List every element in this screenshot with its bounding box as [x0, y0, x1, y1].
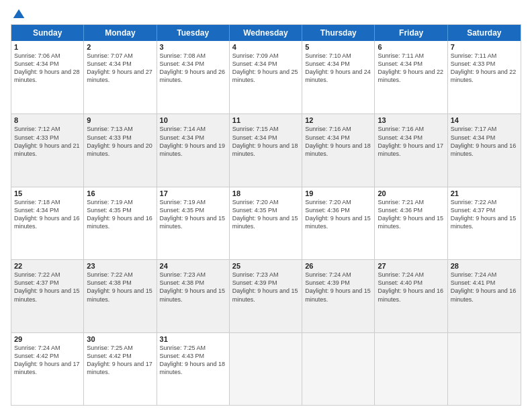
day-number: 19: [305, 189, 371, 197]
calendar-week-4: 22Sunrise: 7:22 AMSunset: 4:37 PMDayligh…: [11, 259, 521, 332]
day-number: 27: [378, 262, 444, 270]
header-monday: Monday: [84, 25, 157, 41]
header-wednesday: Wednesday: [230, 25, 302, 41]
table-row: 2Sunrise: 7:07 AMSunset: 4:34 PMDaylight…: [84, 41, 157, 113]
day-number: 30: [87, 335, 153, 343]
cell-info: Sunrise: 7:24 AMSunset: 4:42 PMDaylight:…: [14, 344, 81, 377]
cell-info: Sunrise: 7:14 AMSunset: 4:34 PMDaylight:…: [160, 125, 226, 158]
header-saturday: Saturday: [448, 25, 521, 41]
day-number: 1: [14, 43, 81, 51]
day-number: 17: [160, 189, 226, 197]
table-row: 6Sunrise: 7:11 AMSunset: 4:34 PMDaylight…: [375, 41, 447, 113]
cell-info: Sunrise: 7:20 AMSunset: 4:35 PMDaylight:…: [232, 198, 299, 231]
table-row: 7Sunrise: 7:11 AMSunset: 4:33 PMDaylight…: [448, 41, 521, 113]
day-number: 9: [87, 116, 153, 124]
cell-info: Sunrise: 7:24 AMSunset: 4:39 PMDaylight:…: [305, 271, 371, 304]
table-row: 27Sunrise: 7:24 AMSunset: 4:40 PMDayligh…: [375, 260, 447, 332]
cell-info: Sunrise: 7:18 AMSunset: 4:34 PMDaylight:…: [14, 198, 81, 231]
day-number: 7: [451, 43, 518, 51]
calendar-body: 1Sunrise: 7:06 AMSunset: 4:34 PMDaylight…: [11, 41, 521, 405]
table-row: [302, 333, 375, 405]
calendar-header: Sunday Monday Tuesday Wednesday Thursday…: [11, 25, 521, 41]
table-row: 12Sunrise: 7:16 AMSunset: 4:34 PMDayligh…: [302, 114, 375, 186]
table-row: 19Sunrise: 7:20 AMSunset: 4:36 PMDayligh…: [302, 187, 375, 259]
calendar-week-1: 1Sunrise: 7:06 AMSunset: 4:34 PMDaylight…: [11, 41, 521, 113]
header-thursday: Thursday: [302, 25, 375, 41]
day-number: 28: [451, 262, 518, 270]
page: Sunday Monday Tuesday Wednesday Thursday…: [0, 0, 532, 411]
table-row: [375, 333, 447, 405]
cell-info: Sunrise: 7:10 AMSunset: 4:34 PMDaylight:…: [305, 52, 371, 85]
cell-info: Sunrise: 7:16 AMSunset: 4:34 PMDaylight:…: [378, 125, 444, 158]
logo-icon: [12, 8, 26, 21]
table-row: 1Sunrise: 7:06 AMSunset: 4:34 PMDaylight…: [11, 41, 84, 113]
day-number: 20: [378, 189, 444, 197]
table-row: 10Sunrise: 7:14 AMSunset: 4:34 PMDayligh…: [157, 114, 230, 186]
table-row: 18Sunrise: 7:20 AMSunset: 4:35 PMDayligh…: [230, 187, 302, 259]
day-number: 16: [87, 189, 153, 197]
header-sunday: Sunday: [11, 25, 84, 41]
day-number: 13: [378, 116, 444, 124]
table-row: [230, 333, 302, 405]
table-row: 21Sunrise: 7:22 AMSunset: 4:37 PMDayligh…: [448, 187, 521, 259]
table-row: 16Sunrise: 7:19 AMSunset: 4:35 PMDayligh…: [84, 187, 157, 259]
cell-info: Sunrise: 7:11 AMSunset: 4:33 PMDaylight:…: [451, 52, 518, 85]
day-number: 11: [232, 116, 299, 124]
table-row: 20Sunrise: 7:21 AMSunset: 4:36 PMDayligh…: [375, 187, 447, 259]
cell-info: Sunrise: 7:22 AMSunset: 4:37 PMDaylight:…: [451, 198, 518, 231]
logo: [11, 8, 26, 19]
table-row: 28Sunrise: 7:24 AMSunset: 4:41 PMDayligh…: [448, 260, 521, 332]
cell-info: Sunrise: 7:12 AMSunset: 4:33 PMDaylight:…: [14, 125, 81, 158]
day-number: 8: [14, 116, 81, 124]
cell-info: Sunrise: 7:07 AMSunset: 4:34 PMDaylight:…: [87, 52, 153, 85]
cell-info: Sunrise: 7:06 AMSunset: 4:34 PMDaylight:…: [14, 52, 81, 85]
table-row: 15Sunrise: 7:18 AMSunset: 4:34 PMDayligh…: [11, 187, 84, 259]
cell-info: Sunrise: 7:13 AMSunset: 4:33 PMDaylight:…: [87, 125, 153, 158]
cell-info: Sunrise: 7:17 AMSunset: 4:34 PMDaylight:…: [451, 125, 518, 158]
day-number: 14: [451, 116, 518, 124]
table-row: 11Sunrise: 7:15 AMSunset: 4:34 PMDayligh…: [230, 114, 302, 186]
day-number: 10: [160, 116, 226, 124]
day-number: 24: [160, 262, 226, 270]
cell-info: Sunrise: 7:16 AMSunset: 4:34 PMDaylight:…: [305, 125, 371, 158]
table-row: 17Sunrise: 7:19 AMSunset: 4:35 PMDayligh…: [157, 187, 230, 259]
day-number: 22: [14, 262, 81, 270]
table-row: 23Sunrise: 7:22 AMSunset: 4:38 PMDayligh…: [84, 260, 157, 332]
cell-info: Sunrise: 7:24 AMSunset: 4:40 PMDaylight:…: [378, 271, 444, 304]
table-row: 31Sunrise: 7:25 AMSunset: 4:43 PMDayligh…: [157, 333, 230, 405]
day-number: 29: [14, 335, 81, 343]
cell-info: Sunrise: 7:09 AMSunset: 4:34 PMDaylight:…: [232, 52, 299, 85]
table-row: 5Sunrise: 7:10 AMSunset: 4:34 PMDaylight…: [302, 41, 375, 113]
day-number: 4: [232, 43, 299, 51]
table-row: 24Sunrise: 7:23 AMSunset: 4:38 PMDayligh…: [157, 260, 230, 332]
table-row: 14Sunrise: 7:17 AMSunset: 4:34 PMDayligh…: [448, 114, 521, 186]
day-number: 26: [305, 262, 371, 270]
day-number: 21: [451, 189, 518, 197]
cell-info: Sunrise: 7:19 AMSunset: 4:35 PMDaylight:…: [87, 198, 153, 231]
cell-info: Sunrise: 7:15 AMSunset: 4:34 PMDaylight:…: [232, 125, 299, 158]
table-row: 4Sunrise: 7:09 AMSunset: 4:34 PMDaylight…: [230, 41, 302, 113]
header: [11, 8, 521, 19]
day-number: 12: [305, 116, 371, 124]
calendar-week-3: 15Sunrise: 7:18 AMSunset: 4:34 PMDayligh…: [11, 187, 521, 259]
table-row: 3Sunrise: 7:08 AMSunset: 4:34 PMDaylight…: [157, 41, 230, 113]
table-row: 22Sunrise: 7:22 AMSunset: 4:37 PMDayligh…: [11, 260, 84, 332]
day-number: 25: [232, 262, 299, 270]
day-number: 5: [305, 43, 371, 51]
header-tuesday: Tuesday: [157, 25, 230, 41]
cell-info: Sunrise: 7:22 AMSunset: 4:38 PMDaylight:…: [87, 271, 153, 304]
cell-info: Sunrise: 7:23 AMSunset: 4:38 PMDaylight:…: [160, 271, 226, 304]
table-row: 8Sunrise: 7:12 AMSunset: 4:33 PMDaylight…: [11, 114, 84, 186]
day-number: 3: [160, 43, 226, 51]
day-number: 2: [87, 43, 153, 51]
table-row: 13Sunrise: 7:16 AMSunset: 4:34 PMDayligh…: [375, 114, 447, 186]
cell-info: Sunrise: 7:20 AMSunset: 4:36 PMDaylight:…: [305, 198, 371, 231]
cell-info: Sunrise: 7:25 AMSunset: 4:42 PMDaylight:…: [87, 344, 153, 377]
day-number: 6: [378, 43, 444, 51]
cell-info: Sunrise: 7:21 AMSunset: 4:36 PMDaylight:…: [378, 198, 444, 231]
day-number: 18: [232, 189, 299, 197]
table-row: 25Sunrise: 7:23 AMSunset: 4:39 PMDayligh…: [230, 260, 302, 332]
table-row: 30Sunrise: 7:25 AMSunset: 4:42 PMDayligh…: [84, 333, 157, 405]
cell-info: Sunrise: 7:23 AMSunset: 4:39 PMDaylight:…: [232, 271, 299, 304]
calendar-week-5: 29Sunrise: 7:24 AMSunset: 4:42 PMDayligh…: [11, 332, 521, 405]
